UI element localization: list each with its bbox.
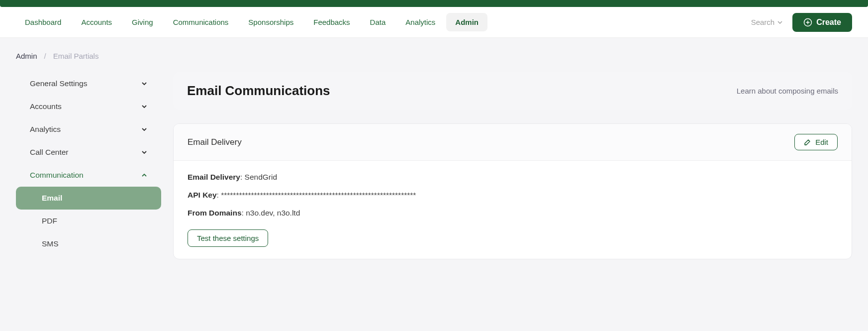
create-label: Create [816, 18, 841, 27]
sidebar-sub-email[interactable]: Email [16, 187, 161, 210]
top-accent-bar [0, 0, 868, 7]
main-header: Dashboard Accounts Giving Communications… [0, 7, 868, 38]
help-link[interactable]: Learn about composing emails [737, 87, 838, 95]
sidebar-item-label: General Settings [30, 79, 87, 88]
breadcrumb-admin[interactable]: Admin [16, 52, 37, 60]
edit-button[interactable]: Edit [794, 134, 838, 150]
sidebar-item-label: Communication [30, 171, 84, 180]
row-label: API Key [188, 191, 217, 199]
search-label: Search [751, 18, 775, 26]
page-header: Email Communications Learn about composi… [173, 72, 852, 110]
edit-label: Edit [815, 138, 828, 146]
sidebar-sub-pdf[interactable]: PDF [16, 210, 161, 232]
pencil-icon [804, 138, 811, 146]
nav-data[interactable]: Data [361, 13, 395, 31]
header-right: Search Create [751, 13, 852, 32]
chevron-down-icon [141, 104, 147, 110]
nav-admin[interactable]: Admin [446, 13, 487, 31]
row-value: SendGrid [245, 173, 277, 181]
chevron-up-icon [141, 172, 147, 178]
primary-nav: Dashboard Accounts Giving Communications… [16, 13, 487, 31]
sidebar-item-label: Accounts [30, 102, 62, 111]
breadcrumb-separator: / [44, 52, 46, 60]
breadcrumb-current: Email Partials [53, 52, 99, 60]
settings-sidebar: General Settings Accounts Analytics Call… [16, 72, 161, 259]
row-label: Email Delivery [188, 173, 240, 181]
email-delivery-card: Email Delivery Edit Email Delivery: Send… [173, 123, 852, 259]
main-content: Email Communications Learn about composi… [173, 72, 852, 259]
search-dropdown[interactable]: Search [751, 18, 783, 26]
row-value: ****************************************… [221, 191, 416, 199]
nav-analytics[interactable]: Analytics [396, 13, 444, 31]
nav-dashboard[interactable]: Dashboard [16, 13, 70, 31]
breadcrumb: Admin / Email Partials [16, 52, 852, 60]
nav-sponsorships[interactable]: Sponsorships [239, 13, 302, 31]
create-button[interactable]: Create [792, 13, 852, 32]
nav-communications[interactable]: Communications [164, 13, 238, 31]
sidebar-sub-sms[interactable]: SMS [16, 232, 161, 255]
caret-down-icon [777, 21, 782, 24]
sidebar-item-accounts[interactable]: Accounts [16, 95, 161, 118]
card-title: Email Delivery [188, 137, 242, 147]
chevron-down-icon [141, 149, 147, 155]
nav-feedbacks[interactable]: Feedbacks [304, 13, 359, 31]
card-body: Email Delivery: SendGrid API Key: ******… [174, 161, 852, 259]
row-from-domains: From Domains: n3o.dev, n3o.ltd [188, 209, 838, 218]
plus-circle-icon [803, 18, 812, 27]
layout: General Settings Accounts Analytics Call… [16, 72, 852, 259]
chevron-down-icon [141, 81, 147, 87]
row-label: From Domains [188, 209, 242, 217]
sidebar-item-call-center[interactable]: Call Center [16, 141, 161, 164]
row-api-key: API Key: *******************************… [188, 191, 838, 200]
nav-giving[interactable]: Giving [123, 13, 162, 31]
sidebar-item-general-settings[interactable]: General Settings [16, 72, 161, 95]
sidebar-item-label: Call Center [30, 148, 69, 157]
chevron-down-icon [141, 126, 147, 132]
row-email-delivery: Email Delivery: SendGrid [188, 173, 838, 182]
sidebar-item-analytics[interactable]: Analytics [16, 118, 161, 141]
test-settings-button[interactable]: Test these settings [188, 229, 268, 247]
card-header: Email Delivery Edit [174, 124, 852, 161]
nav-accounts[interactable]: Accounts [72, 13, 121, 31]
row-value: n3o.dev, n3o.ltd [246, 209, 300, 217]
sidebar-item-label: Analytics [30, 125, 61, 134]
content-wrap: Admin / Email Partials General Settings … [0, 38, 868, 273]
page-title: Email Communications [187, 83, 330, 99]
sidebar-item-communication[interactable]: Communication [16, 164, 161, 187]
